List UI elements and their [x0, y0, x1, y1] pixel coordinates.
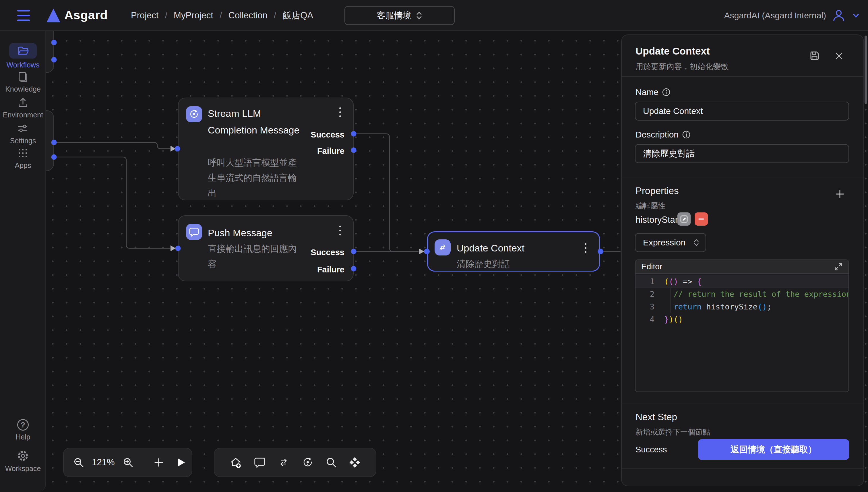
- code-line[interactable]: 4})(): [636, 313, 848, 325]
- account-menu[interactable]: AsgardAI (Asgard Internal): [724, 0, 861, 31]
- breadcrumb-project[interactable]: Project: [131, 10, 158, 21]
- chevron-down-icon[interactable]: [851, 11, 861, 20]
- apps-grid-icon: [17, 148, 29, 159]
- brand-name: Asgard: [64, 8, 108, 22]
- node-push-message[interactable]: Push Message 直接輸出訊息的回應內容 Success Failure: [178, 215, 354, 281]
- breadcrumb-separator: /: [220, 10, 222, 21]
- node-description: 呼叫大型語言模型並產生串流式的自然語言輸出: [208, 155, 304, 201]
- account-label: AsgardAI (Asgard Internal): [724, 10, 826, 20]
- sidebar-item-help[interactable]: ? Help: [0, 419, 46, 441]
- panel-title: Update Context: [636, 45, 710, 57]
- name-input[interactable]: [635, 102, 849, 121]
- save-button[interactable]: [809, 50, 820, 62]
- properties-subtitle: 編輯屬性: [636, 201, 665, 211]
- output-label-success: Success: [311, 248, 344, 257]
- sidebar-item-label: Settings: [10, 137, 36, 145]
- gear-icon: [17, 449, 29, 462]
- divider: [622, 76, 863, 77]
- book-icon: [17, 71, 29, 83]
- sidebar-item-knowledge[interactable]: Knowledge: [0, 71, 46, 93]
- sidebar-item-apps[interactable]: Apps: [0, 148, 46, 170]
- sidebar-item-label: Environment: [3, 111, 43, 119]
- property-name: historyStart: [636, 215, 680, 225]
- scenario-selector[interactable]: 客服情境: [344, 6, 455, 25]
- properties-title: Properties: [636, 186, 678, 196]
- next-step-target-button[interactable]: 返回情境（直接聽取）: [698, 439, 849, 460]
- sidebar-item-label: Help: [16, 433, 30, 441]
- name-field-label: Name: [636, 87, 671, 97]
- remove-property-button[interactable]: [695, 213, 708, 226]
- add-property-button[interactable]: [834, 188, 846, 200]
- sidebar-item-label: Knowledge: [5, 85, 41, 93]
- sidebar-item-settings[interactable]: Settings: [0, 122, 46, 145]
- node-menu-button[interactable]: [339, 226, 342, 236]
- info-icon: [682, 130, 691, 139]
- sidebar-item-workspace[interactable]: Workspace: [0, 449, 46, 473]
- zoom-out-button[interactable]: [73, 457, 84, 468]
- expand-editor-button[interactable]: [834, 262, 843, 271]
- node-update-context[interactable]: Update Context 清除歷史對話: [427, 231, 600, 272]
- sidebar-item-label: Apps: [15, 161, 31, 170]
- node-title: Push Message: [208, 224, 340, 241]
- code-line[interactable]: 3 return historySize();: [636, 300, 848, 313]
- sidebar: Workflows Knowledge Environment Settings…: [0, 31, 46, 492]
- divider: [622, 468, 863, 469]
- breadcrumb: Project / MyProject / Collection / 飯店QA: [131, 0, 313, 31]
- breadcrumb-separator: /: [274, 10, 276, 21]
- update-context-icon: [435, 239, 451, 255]
- add-message-node-button[interactable]: [253, 456, 266, 469]
- node-description: 直接輸出訊息的回應內容: [208, 241, 304, 272]
- node-menu-button[interactable]: [585, 243, 587, 253]
- add-context-node-button[interactable]: [277, 456, 290, 469]
- add-button[interactable]: [153, 457, 164, 468]
- sidebar-item-label: Workspace: [5, 464, 41, 473]
- description-field-label: Description: [636, 130, 691, 140]
- zoom-toolbar: 121%: [63, 448, 192, 477]
- close-icon: [834, 51, 844, 61]
- fit-view-button[interactable]: [348, 456, 361, 469]
- sidebar-item-environment[interactable]: Environment: [0, 96, 46, 119]
- node-stream-llm[interactable]: Stream LLM Completion Message 呼叫大型語言模型並產…: [178, 98, 354, 200]
- breadcrumb-workflow[interactable]: 飯店QA: [282, 9, 313, 22]
- property-type-value: Expression: [643, 238, 686, 247]
- editor-code[interactable]: 1(() => {2 // return the result of the e…: [636, 274, 848, 392]
- sliders-icon: [17, 122, 29, 134]
- folder-icon: [17, 45, 29, 57]
- asgard-logo-icon: [45, 7, 61, 24]
- top-navigation-bar: Asgard Project / MyProject / Collection …: [0, 0, 868, 31]
- close-button[interactable]: [834, 51, 844, 61]
- node-menu-button[interactable]: [339, 107, 342, 117]
- next-step-title: Next Step: [636, 412, 677, 422]
- sidebar-item-workflows[interactable]: Workflows: [0, 43, 46, 69]
- add-start-node-button[interactable]: [229, 456, 242, 469]
- property-type-select[interactable]: Expression: [635, 233, 706, 252]
- help-icon: ?: [17, 419, 29, 430]
- node-palette-toolbar: [214, 448, 376, 477]
- node-description: 清除歷史對話: [457, 256, 571, 272]
- breadcrumb-collection[interactable]: Collection: [228, 10, 268, 21]
- run-button[interactable]: [176, 457, 186, 468]
- description-input[interactable]: [635, 144, 849, 163]
- edit-property-button[interactable]: [677, 213, 691, 226]
- minus-icon: [697, 215, 705, 223]
- breadcrumb-myproject[interactable]: MyProject: [174, 10, 213, 21]
- code-line[interactable]: 2 // return the result of the expression: [636, 288, 848, 300]
- search-nodes-button[interactable]: [325, 457, 337, 468]
- chevron-up-down-icon: [693, 239, 699, 247]
- breadcrumb-separator: /: [165, 10, 167, 21]
- node-title: Update Context: [457, 240, 571, 256]
- code-line[interactable]: 1(() => {: [636, 275, 848, 288]
- next-step-branch-label: Success: [636, 445, 667, 454]
- plus-icon: [834, 188, 846, 200]
- push-message-icon: [186, 224, 202, 240]
- zoom-in-button[interactable]: [122, 457, 134, 468]
- edit-pencil-icon: [680, 215, 688, 223]
- output-label-failure: Failure: [317, 146, 344, 156]
- zoom-level: 121%: [91, 457, 116, 468]
- panel-scrollbar[interactable]: [865, 35, 867, 104]
- menu-icon[interactable]: [17, 10, 30, 21]
- node-config-panel: Update Context 用於更新內容，初始化變數 Name Descrip…: [621, 34, 864, 486]
- add-llm-node-button[interactable]: [301, 456, 314, 469]
- divider: [622, 403, 863, 404]
- save-icon: [809, 50, 820, 62]
